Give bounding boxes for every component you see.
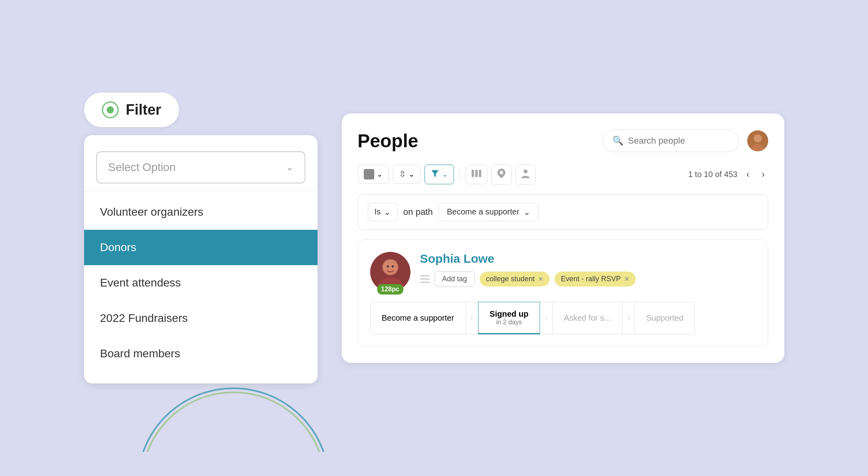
svg-point-1 (754, 134, 762, 142)
journey-step-label-0: Become a supporter (382, 313, 454, 322)
svg-point-7 (500, 171, 503, 174)
filter-label: Filter (126, 101, 161, 118)
person-top: 128pc Sophia Lowe Add tag college studen… (370, 252, 756, 292)
search-bar[interactable]: 🔍 (602, 130, 739, 152)
svg-rect-6 (479, 170, 481, 177)
arc-teal (137, 387, 330, 452)
filter-active-button[interactable]: ⌄ (425, 165, 454, 184)
tag-chip-event: Event - rally RSVP ✕ (555, 272, 636, 286)
journey-arrow-2: › (540, 302, 552, 334)
svg-point-8 (524, 169, 528, 173)
journey-step-sub-1: in 2 days (490, 319, 529, 326)
journey-step-asked[interactable]: Asked for s... (552, 302, 623, 334)
path-selector[interactable]: Become a supporter ⌄ (438, 203, 538, 221)
header-right: 🔍 (602, 130, 768, 152)
person-button[interactable] (515, 164, 536, 185)
people-header: People 🔍 (358, 130, 768, 152)
avatar-image (747, 130, 768, 151)
pagination-text: 1 to 10 of 453 (688, 170, 737, 179)
person-icon (522, 169, 530, 180)
select-option-text: Select Option (108, 161, 176, 174)
avatar[interactable] (747, 130, 768, 151)
chevron-down-icon: ⌄ (286, 162, 293, 173)
path-label: Become a supporter (447, 207, 519, 216)
person-info: Sophia Lowe Add tag college student ✕ Ev… (420, 252, 756, 287)
dropdown-item-fundraisers[interactable]: 2022 Fundraisers (84, 301, 318, 336)
journey-step-signedup[interactable]: Signed up in 2 days (478, 302, 540, 334)
prev-page-button[interactable]: ‹ (743, 167, 753, 181)
columns-button[interactable] (466, 165, 487, 184)
journey-step-supported[interactable]: Supported (635, 302, 695, 334)
journey-step-label-1: Signed up (490, 309, 529, 319)
color-square-icon (364, 169, 374, 179)
divider (84, 192, 318, 192)
toolbar-left: ⌄ ⇳ ⌄ ⌄ (358, 164, 536, 185)
svg-point-14 (392, 265, 394, 267)
score-badge: 128pc (377, 284, 403, 295)
svg-point-13 (387, 265, 389, 267)
journey-arrow-1: › (466, 302, 478, 334)
svg-rect-5 (475, 170, 478, 177)
location-button[interactable] (491, 164, 511, 185)
journey-row: Become a supporter › Signed up in 2 days… (370, 302, 756, 334)
condition-selector[interactable]: Is ⌄ (368, 203, 398, 221)
filter-button[interactable]: Filter (84, 93, 179, 127)
search-icon: 🔍 (612, 136, 623, 146)
chevron-icon-2: ⌄ (408, 170, 414, 179)
dropdown-card: Select Option ⌄ Volunteer organizers Don… (84, 135, 318, 383)
person-name[interactable]: Sophia Lowe (420, 252, 756, 266)
lines-icon[interactable] (420, 275, 430, 283)
person-tags-row: Add tag college student ✕ Event - rally … (420, 271, 756, 287)
sort-button[interactable]: ⇳ ⌄ (393, 165, 421, 184)
on-path-text: on path (403, 207, 433, 217)
color-filter-button[interactable]: ⌄ (358, 165, 389, 184)
page-title: People (358, 130, 419, 152)
select-option-box[interactable]: Select Option ⌄ (96, 151, 305, 183)
filter-condition-row: Is ⌄ on path Become a supporter ⌄ (358, 194, 768, 230)
people-panel: People 🔍 ⌄ (342, 113, 784, 363)
pagination-info: 1 to 10 of 453 ‹ › (688, 167, 768, 181)
chevron-icon-1: ⌄ (377, 170, 383, 179)
condition-chevron: ⌄ (384, 207, 391, 217)
tag-chip-college: college student ✕ (480, 272, 550, 286)
journey-step-label-3: Supported (646, 313, 683, 323)
path-chevron: ⌄ (524, 207, 530, 217)
journey-step-become[interactable]: Become a supporter (370, 302, 466, 334)
filter-icon (102, 101, 119, 118)
dropdown-item-volunteer[interactable]: Volunteer organizers (84, 194, 318, 230)
vertical-divider-1 (460, 168, 460, 180)
condition-label: Is (375, 207, 381, 216)
funnel-icon (431, 169, 439, 180)
journey-arrow-3: › (623, 302, 635, 334)
svg-marker-3 (431, 170, 439, 177)
tag-event-label: Event - rally RSVP (561, 275, 621, 283)
location-icon (497, 169, 505, 180)
arc-green (141, 392, 326, 452)
filter-icon-inner (107, 106, 114, 113)
search-input[interactable] (628, 136, 729, 146)
columns-icon (472, 169, 481, 180)
sort-icon: ⇳ (399, 169, 406, 179)
tag-college-label: college student (486, 275, 535, 283)
journey-step-label-2: Asked for s... (564, 313, 611, 323)
person-avatar-wrap: 128pc (370, 252, 410, 292)
dropdown-item-board[interactable]: Board members (84, 336, 318, 371)
decorative-arc (137, 371, 330, 452)
dropdown-item-donors[interactable]: Donors (84, 230, 318, 265)
svg-rect-4 (472, 170, 474, 177)
tag-event-remove[interactable]: ✕ (624, 275, 629, 283)
tag-college-remove[interactable]: ✕ (538, 275, 543, 283)
person-card: 128pc Sophia Lowe Add tag college studen… (358, 239, 768, 347)
next-page-button[interactable]: › (759, 167, 768, 181)
add-tag-button[interactable]: Add tag (435, 271, 475, 287)
chevron-icon-3: ⌄ (442, 170, 448, 179)
left-panel: Filter Select Option ⌄ Volunteer organiz… (84, 93, 318, 383)
dropdown-item-event[interactable]: Event attendess (84, 265, 318, 301)
toolbar-row: ⌄ ⇳ ⌄ ⌄ (358, 164, 768, 185)
